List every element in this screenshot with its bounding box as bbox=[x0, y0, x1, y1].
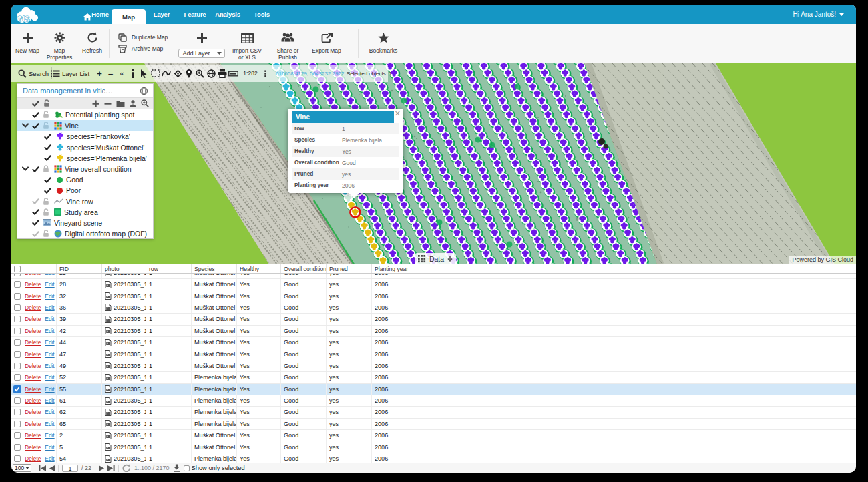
svg-text:GIS: GIS bbox=[17, 15, 30, 23]
